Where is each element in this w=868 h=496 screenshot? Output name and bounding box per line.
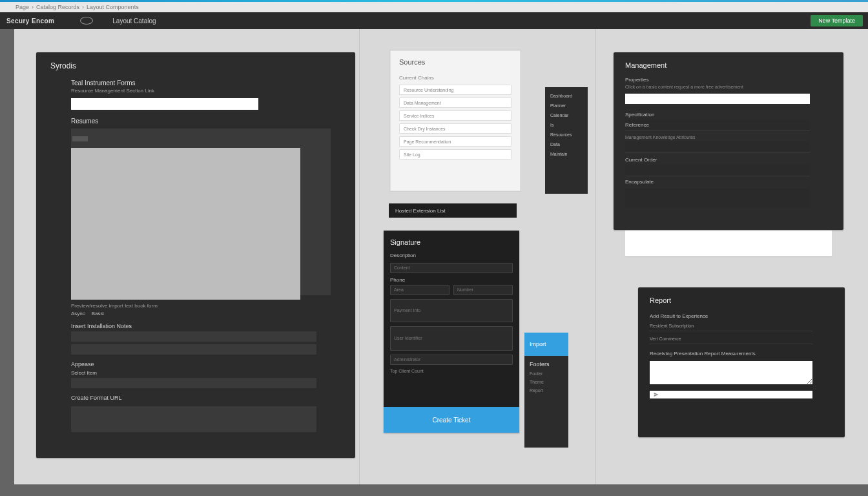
workspace: Syrodis Teal Instrument Forms Resource M… [14, 29, 868, 484]
field-label: Specification [625, 112, 832, 118]
spec-row[interactable] [625, 141, 810, 153]
panel-title: Signature [390, 238, 513, 246]
helper-text: Preview/resolve import text book form [71, 303, 341, 309]
appease-input[interactable] [71, 378, 316, 388]
nav-item[interactable]: Theme [530, 380, 563, 384]
image-placeholder [71, 148, 300, 300]
nav-item[interactable]: Dashboard [550, 94, 583, 98]
description-input[interactable] [390, 263, 513, 273]
field-label: Insert Installation Notes [71, 323, 341, 329]
select-item-label: Select Item [71, 370, 341, 376]
visibility-toggle-icon[interactable] [80, 17, 93, 25]
spec-row[interactable]: Reference [625, 119, 810, 131]
nav-item[interactable]: Data [550, 142, 583, 147]
encapsulate-textarea[interactable] [625, 189, 810, 208]
installation-notes-input[interactable] [71, 331, 316, 342]
underline-input[interactable]: Resident Subscription [650, 321, 812, 331]
signature-panel: Signature Description Phone Top Client C… [384, 231, 519, 433]
list-item[interactable]: Data Management [399, 98, 512, 108]
nav-item[interactable]: Planner [550, 103, 583, 108]
properties-input[interactable] [625, 94, 810, 104]
nav-item[interactable]: Resources [550, 132, 583, 137]
nav-item[interactable]: Calendar [550, 113, 583, 118]
list-item[interactable]: Resource Understanding [399, 85, 512, 95]
format-url-textarea[interactable] [71, 406, 316, 432]
panel-title: Syrodis [50, 61, 341, 70]
helper-text: Click on a basic content request a more … [625, 85, 832, 89]
list-item[interactable]: Check Dry Instances [399, 123, 512, 134]
column-divider [359, 29, 360, 484]
nav-item[interactable]: Report [530, 388, 563, 393]
breadcrumb-segment[interactable]: Layout Components [87, 4, 139, 10]
image-drop-zone[interactable] [71, 129, 331, 295]
form-panel-syrodis: Syrodis Teal Instrument Forms Resource M… [36, 52, 355, 458]
breadcrumb-segment[interactable]: Catalog Records [36, 4, 79, 10]
user-id-input[interactable] [390, 326, 513, 351]
group-label: Current Chains [399, 75, 512, 81]
phone-area-input[interactable] [390, 285, 450, 295]
list-item[interactable]: Page Recommendation [399, 136, 512, 147]
field-label: Add Result to Experience [650, 313, 833, 319]
nav-group-title: Footers [530, 361, 563, 367]
footer-hint: Top Client Count [390, 369, 513, 373]
panel-title: Sources [399, 58, 512, 66]
underline-input[interactable]: Vert Commerce [650, 334, 812, 344]
list-item[interactable]: Service Indices [399, 110, 512, 121]
field-label: Resumes [71, 118, 341, 125]
report-textarea[interactable] [650, 361, 812, 384]
send-icon [654, 392, 659, 397]
administrator-input[interactable] [390, 355, 513, 365]
option-basic[interactable]: Basic [92, 311, 105, 316]
option-async[interactable]: Async [71, 311, 85, 316]
panel-title: Report [650, 296, 833, 304]
new-template-button[interactable]: New Template [811, 15, 863, 26]
field-label: Current Order [625, 157, 832, 163]
payment-info-input[interactable] [390, 299, 513, 322]
nav-item[interactable]: Is [550, 123, 583, 127]
side-nav: Dashboard Planner Calendar Is Resources … [545, 87, 588, 194]
nav-header[interactable]: Import [524, 333, 568, 356]
field-label: Description [390, 253, 513, 258]
management-panel: Management Properties Click on a basic c… [614, 52, 843, 230]
sources-panel: Sources Current Chains Resource Understa… [389, 50, 521, 192]
app-brand: Secury Encom [6, 17, 54, 25]
section-subhead: Teal Instrument Forms [71, 79, 341, 87]
extension-list-bar[interactable]: Hosted Extension List [389, 203, 517, 218]
phone-number-input[interactable] [453, 285, 513, 295]
resource-link-input[interactable] [71, 98, 258, 110]
helper-text: Management Knowledge Attributes [625, 135, 832, 140]
field-label: Properties [625, 77, 832, 83]
toolbar-section-label: Layout Catalog [112, 17, 156, 25]
panel-title: Management [625, 61, 832, 69]
nav-item[interactable]: Maintain [550, 152, 583, 156]
create-ticket-button[interactable]: Create Ticket [384, 407, 519, 433]
order-row[interactable] [625, 165, 810, 176]
send-button[interactable] [650, 391, 812, 398]
main-toolbar: Secury Encom Layout Catalog New Template [0, 12, 868, 29]
report-panel: Report Add Result to Experience Resident… [638, 287, 845, 437]
preview-card [625, 231, 832, 256]
column-divider [595, 29, 596, 484]
list-item[interactable]: Site Log [399, 149, 512, 160]
field-caption: Resource Management Section Link [71, 88, 341, 94]
breadcrumb-segment[interactable]: Page [16, 4, 29, 10]
field-label: Create Format URL [71, 395, 341, 401]
field-label: Phone [390, 277, 513, 283]
field-label: Encapsulate [625, 179, 832, 185]
field-label: Appease [71, 361, 341, 367]
breadcrumb: Page › Catalog Records › Layout Componen… [0, 2, 868, 12]
nav-item[interactable]: Footer [530, 371, 563, 376]
footer-nav: Import Footers Footer Theme Report [524, 333, 568, 448]
field-label: Receiving Presentation Report Measuremen… [650, 351, 833, 356]
installation-notes-input-2[interactable] [71, 344, 316, 355]
